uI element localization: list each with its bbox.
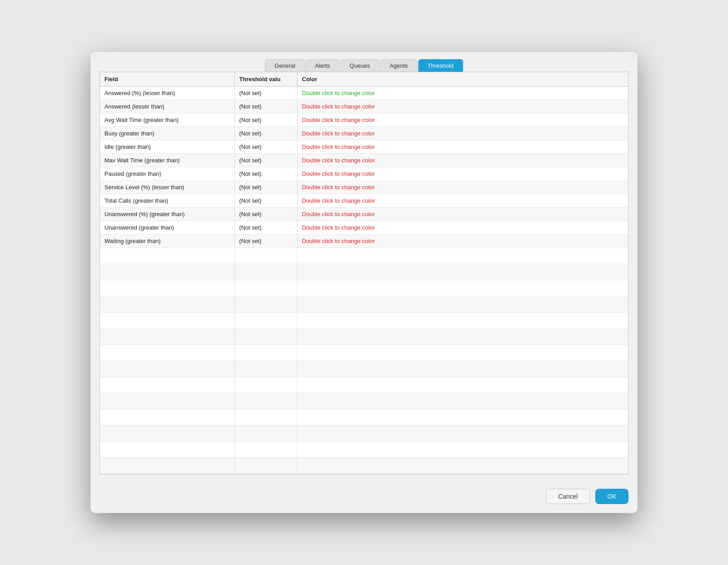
tab-agents[interactable]: Agents xyxy=(380,59,417,72)
tab-threshold[interactable]: Threshold xyxy=(418,59,463,72)
cell-field: Paused (greater than) xyxy=(100,167,234,181)
table-row: Service Level (%) (lesser than)(Not set)… xyxy=(100,181,628,194)
cell-field: Total Calls (greater than) xyxy=(100,194,234,208)
empty-row xyxy=(100,345,628,361)
cell-threshold: (Not set) xyxy=(234,221,297,235)
cell-threshold: (Not set) xyxy=(234,87,297,100)
tab-alerts[interactable]: Alerts xyxy=(306,59,339,72)
cell-threshold: (Not set) xyxy=(234,235,297,248)
cell-threshold: (Not set) xyxy=(234,194,297,208)
table-row: Unanswered (%) (greater than)(Not set)Do… xyxy=(100,208,628,221)
cell-field: Busy (greater than) xyxy=(100,127,234,140)
color-change-text[interactable]: Double click to change color xyxy=(302,211,375,217)
color-change-text[interactable]: Double click to change color xyxy=(302,224,375,231)
cell-color[interactable]: Double click to change color xyxy=(297,154,628,167)
cell-color[interactable]: Double click to change color xyxy=(297,87,628,100)
empty-row xyxy=(100,361,628,377)
ok-button[interactable]: OK xyxy=(595,489,628,504)
cell-threshold: (Not set) xyxy=(234,113,297,127)
cell-threshold: (Not set) xyxy=(234,181,297,194)
cell-color[interactable]: Double click to change color xyxy=(297,194,628,208)
empty-row xyxy=(100,409,628,426)
cell-field: Service Level (%) (lesser than) xyxy=(100,181,234,194)
table-row: Idle (greater than)(Not set)Double click… xyxy=(100,140,628,154)
cell-color[interactable]: Double click to change color xyxy=(297,127,628,140)
cell-color[interactable]: Double click to change color xyxy=(297,221,628,235)
threshold-dialog: GeneralAlertsQueuesAgentsThreshold Field… xyxy=(91,52,637,513)
table-row: Max Wait Time (greater than)(Not set)Dou… xyxy=(100,154,628,167)
color-change-text[interactable]: Double click to change color xyxy=(302,238,375,244)
cell-threshold: (Not set) xyxy=(234,140,297,154)
table-row: Answered (%) (lesser than)(Not set)Doubl… xyxy=(100,87,628,100)
color-change-text[interactable]: Double click to change color xyxy=(302,157,375,164)
threshold-table: Field Threshold valu Color Answered (%) … xyxy=(100,72,628,474)
cell-color[interactable]: Double click to change color xyxy=(297,140,628,154)
empty-row xyxy=(100,296,628,313)
cell-threshold: (Not set) xyxy=(234,127,297,140)
empty-row xyxy=(100,426,628,442)
cell-color[interactable]: Double click to change color xyxy=(297,181,628,194)
color-change-text[interactable]: Double click to change color xyxy=(302,103,375,110)
table-row: Busy (greater than)(Not set)Double click… xyxy=(100,127,628,140)
empty-row xyxy=(100,458,628,474)
table-row: Waiting (greater than)(Not set)Double cl… xyxy=(100,235,628,248)
col-header-field: Field xyxy=(100,72,234,87)
cell-field: Unanswered (%) (greater than) xyxy=(100,208,234,221)
cell-field: Unanswered (greater than) xyxy=(100,221,234,235)
cell-threshold: (Not set) xyxy=(234,167,297,181)
color-change-text[interactable]: Double click to change color xyxy=(302,130,375,137)
color-change-text[interactable]: Double click to change color xyxy=(302,90,375,96)
cell-field: Answered (lesser than) xyxy=(100,100,234,113)
tabs-bar: GeneralAlertsQueuesAgentsThreshold xyxy=(91,52,637,72)
cell-field: Answered (%) (lesser than) xyxy=(100,87,234,100)
table-container: Field Threshold valu Color Answered (%) … xyxy=(100,72,628,474)
cell-color[interactable]: Double click to change color xyxy=(297,113,628,127)
color-change-text[interactable]: Double click to change color xyxy=(302,170,375,177)
table-row: Avg Wait Time (greater than)(Not set)Dou… xyxy=(100,113,628,127)
empty-row xyxy=(100,329,628,345)
cell-field: Waiting (greater than) xyxy=(100,235,234,248)
table-row: Answered (lesser than)(Not set)Double cl… xyxy=(100,100,628,113)
cell-threshold: (Not set) xyxy=(234,208,297,221)
tab-queues[interactable]: Queues xyxy=(340,59,380,72)
cell-field: Max Wait Time (greater than) xyxy=(100,154,234,167)
empty-row xyxy=(100,248,628,264)
cell-threshold: (Not set) xyxy=(234,100,297,113)
empty-row xyxy=(100,393,628,409)
cell-color[interactable]: Double click to change color xyxy=(297,208,628,221)
tab-general[interactable]: General xyxy=(265,59,304,72)
empty-row xyxy=(100,442,628,458)
table-row: Total Calls (greater than)(Not set)Doubl… xyxy=(100,194,628,208)
cell-color[interactable]: Double click to change color xyxy=(297,167,628,181)
col-header-threshold: Threshold valu xyxy=(234,72,297,87)
table-header-row: Field Threshold valu Color xyxy=(100,72,628,87)
color-change-text[interactable]: Double click to change color xyxy=(302,184,375,191)
cell-color[interactable]: Double click to change color xyxy=(297,235,628,248)
footer: Cancel OK xyxy=(91,482,637,513)
col-header-color: Color xyxy=(297,72,628,87)
cell-color[interactable]: Double click to change color xyxy=(297,100,628,113)
cancel-button[interactable]: Cancel xyxy=(546,489,590,504)
cell-field: Avg Wait Time (greater than) xyxy=(100,113,234,127)
table-row: Unanswered (greater than)(Not set)Double… xyxy=(100,221,628,235)
color-change-text[interactable]: Double click to change color xyxy=(302,143,375,150)
table-row: Paused (greater than)(Not set)Double cli… xyxy=(100,167,628,181)
empty-row xyxy=(100,264,628,280)
color-change-text[interactable]: Double click to change color xyxy=(302,197,375,204)
content-area: Field Threshold valu Color Answered (%) … xyxy=(91,72,637,482)
empty-row xyxy=(100,280,628,296)
cell-threshold: (Not set) xyxy=(234,154,297,167)
empty-row xyxy=(100,313,628,329)
empty-row xyxy=(100,377,628,393)
color-change-text[interactable]: Double click to change color xyxy=(302,117,375,123)
cell-field: Idle (greater than) xyxy=(100,140,234,154)
